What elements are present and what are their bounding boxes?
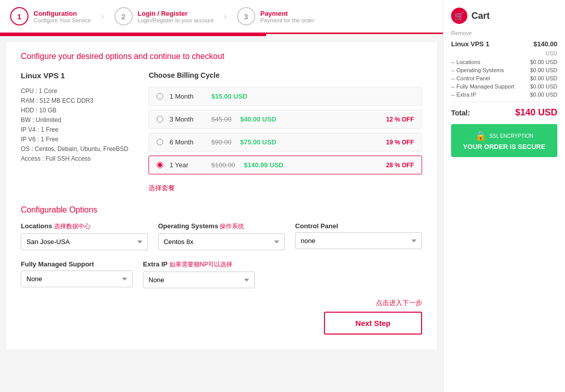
billing-price: $40.00 USD — [240, 115, 276, 123]
cart-line-label: -- Control Panel — [451, 75, 490, 81]
billing-old-price: $180.00 — [211, 161, 235, 169]
cart-currency: USD — [451, 50, 557, 56]
config-label: Extra IP — [143, 260, 167, 268]
billing-options: 1 Month$15.00 USD3 Month$45.00$40.00 USD… — [148, 87, 422, 174]
billing-radio[interactable] — [157, 139, 163, 145]
step-3-number: 3 — [237, 7, 255, 25]
cart-total-label: Total: — [451, 109, 470, 117]
cart-title: Cart — [471, 11, 490, 21]
form-area: Configure your desired options and conti… — [5, 41, 438, 350]
step-2-info: Login / Register Login/Register to your … — [138, 10, 214, 23]
billing-discount: 12 % OFF — [386, 116, 414, 123]
step-1-title: Configuration — [34, 10, 91, 17]
billing-price: $75.00 USD — [240, 138, 276, 146]
cart-item-name: Linux VPS 1 — [451, 40, 489, 48]
cart-divider — [451, 102, 557, 102]
config-select-extra-ip[interactable]: None1 IP2 IP3 IP — [143, 272, 255, 288]
step-2-title: Login / Register — [138, 10, 214, 17]
billing-radio[interactable] — [157, 93, 163, 100]
billing-old-price: $90.00 — [211, 138, 231, 146]
cart-sidebar: 🛒 Cart Remove Linux VPS 1 $140.00 USD --… — [443, 0, 565, 392]
product-info: Linux VPS 1 CPU : 1 CoreRAM : 512 MB ECC… — [21, 71, 128, 193]
cart-line: -- Control Panel$0.00 USD — [451, 75, 557, 81]
config-label: Fully Managed Support — [21, 260, 94, 268]
cart-line-price: $0.00 USD — [530, 67, 557, 73]
config-select-operating-systems[interactable]: Centos 8xUbuntu 20.04Debian 10FreeBSD — [158, 233, 285, 250]
billing-period: 1 Year — [169, 161, 205, 169]
billing-option[interactable]: 1 Month$15.00 USD — [148, 87, 422, 106]
cart-line-label: -- Operating Systems — [451, 67, 504, 73]
billing-price: $15.00 USD — [211, 93, 247, 100]
config-select-locations[interactable]: San Jose-USANew York-USALos Angeles-USA — [21, 233, 148, 250]
cart-line: -- Operating Systems$0.00 USD — [451, 67, 557, 73]
billing-option[interactable]: 1 Year$180.00$140.99 USD28 % OFF — [148, 156, 422, 174]
cart-icon: 🛒 — [451, 8, 467, 24]
config-sublabel: 如果需要额NP可以选择 — [167, 261, 232, 268]
cart-line-label: -- Extra IP — [451, 92, 477, 98]
step-arrow-2: › — [224, 11, 227, 22]
config-label: Operating Systems — [158, 222, 219, 230]
config-sublabel: 选择数据中心 — [52, 223, 90, 230]
step-3-sub: Payment for the order — [260, 17, 314, 23]
next-step-area: 点击进入下一步 Next Step — [21, 298, 422, 335]
cart-header: 🛒 Cart — [451, 8, 557, 24]
step-3-info: Payment Payment for the order — [260, 10, 314, 23]
product-spec: BW : Unlimited — [21, 116, 128, 124]
product-section: Linux VPS 1 CPU : 1 CoreRAM : 512 MB ECC… — [21, 71, 422, 193]
config-grid-bottom: Fully Managed SupportNoneBasicPremiumExt… — [21, 260, 422, 288]
product-spec: RAM : 512 MB ECC DDR3 — [21, 97, 128, 104]
billing-period: 3 Month — [169, 115, 205, 123]
cart-line-label: -- Fully Managed Support — [451, 83, 514, 89]
cart-line-price: $0.00 USD — [530, 75, 557, 81]
cart-line: -- Locations$0.00 USD — [451, 59, 557, 65]
ssl-top: 🔒 SSL ENCRYPTION — [456, 130, 552, 141]
progress-bar — [0, 34, 443, 36]
config-item: Operating Systems 操作系统Centos 8xUbuntu 20… — [158, 222, 285, 250]
step-1-sub: Configure Your Service — [34, 17, 91, 23]
billing-period: 6 Month — [169, 138, 205, 146]
config-item: Fully Managed SupportNoneBasicPremium — [21, 260, 133, 288]
billing-radio[interactable] — [157, 116, 163, 123]
product-spec: OS : Centos, Debain, Ubuntu, FreeBSD — [21, 145, 128, 153]
step-1-info: Configuration Configure Your Service — [34, 10, 91, 23]
billing-title: Choose Billing Cycle — [148, 71, 422, 79]
cart-line-price: $0.00 USD — [530, 83, 557, 89]
billing-price: $140.99 USD — [244, 161, 283, 169]
config-label: Control Panel — [295, 222, 338, 230]
step-3-title: Payment — [260, 10, 314, 17]
config-select-control-panel[interactable]: nonecPanelPlesk — [295, 232, 422, 249]
config-item: Control PanelnonecPanelPlesk — [295, 222, 422, 250]
config-label: Locations — [21, 222, 52, 230]
cart-item-row: Linux VPS 1 $140.00 — [451, 40, 557, 48]
config-item: Locations 选择数据中心San Jose-USANew York-USA… — [21, 222, 148, 250]
next-step-button[interactable]: Next Step — [324, 312, 422, 335]
billing-option[interactable]: 6 Month$90.00$75.00 USD19 % OFF — [148, 133, 422, 152]
step-2: 2 Login / Register Login/Register to you… — [114, 7, 214, 25]
next-step-hint: 点击进入下一步 — [21, 298, 422, 308]
product-spec: IP V4 : 1 Free — [21, 126, 128, 133]
billing-old-price: $45.00 — [211, 115, 231, 123]
billing-option[interactable]: 3 Month$45.00$40.00 USD12 % OFF — [148, 110, 422, 129]
steps-bar: 1 Configuration Configure Your Service ›… — [0, 0, 443, 34]
billing-section: Choose Billing Cycle 1 Month$15.00 USD3 … — [148, 71, 422, 193]
billing-period: 1 Month — [169, 93, 205, 100]
step-1-number: 1 — [10, 7, 28, 25]
product-spec: Access : Full SSH Access — [21, 155, 128, 162]
select-suite[interactable]: 选择套餐 — [148, 184, 175, 193]
cart-total-amount: $140 USD — [515, 107, 557, 118]
cart-total: Total: $140 USD — [451, 107, 557, 118]
billing-discount: 19 % OFF — [386, 139, 414, 146]
specs-container: CPU : 1 CoreRAM : 512 MB ECC DDR3HDD : 1… — [21, 87, 128, 162]
config-item: Extra IP 如果需要额NP可以选择None1 IP2 IP3 IP — [143, 260, 255, 288]
cart-line-price: $0.00 USD — [530, 92, 557, 98]
billing-radio[interactable] — [157, 162, 163, 168]
step-1: 1 Configuration Configure Your Service — [10, 7, 91, 25]
cart-remove-label: Remove — [451, 30, 557, 36]
config-sublabel: 操作系统 — [218, 223, 244, 230]
step-2-sub: Login/Register to your account — [138, 17, 214, 23]
config-select-fully-managed-support[interactable]: NoneBasicPremium — [21, 270, 133, 287]
form-title: Configure your desired options and conti… — [21, 52, 422, 61]
product-name: Linux VPS 1 — [21, 71, 128, 80]
cart-line-label: -- Locations — [451, 59, 480, 65]
step-3: 3 Payment Payment for the order — [237, 7, 314, 25]
